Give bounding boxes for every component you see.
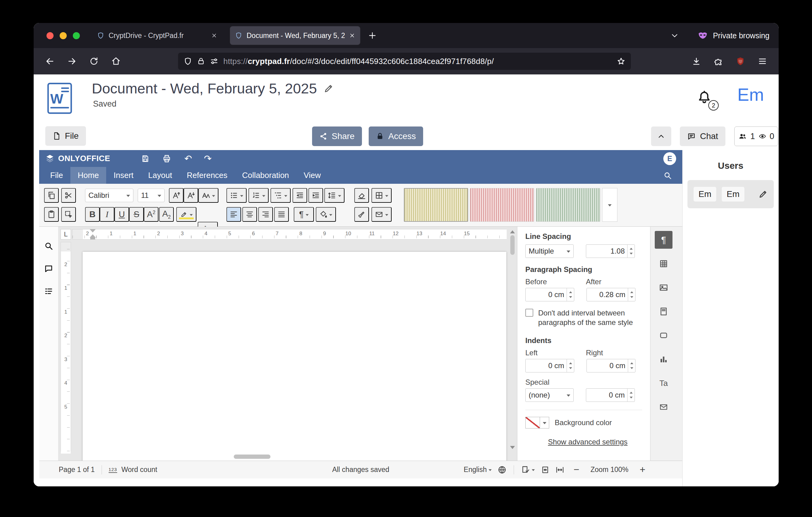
image-settings-tab[interactable] xyxy=(655,279,672,297)
menu-tab[interactable]: View xyxy=(296,167,328,184)
spacing-before-spinner[interactable]: 0 cm xyxy=(525,288,574,301)
align-right-button[interactable] xyxy=(258,207,273,222)
participants-button[interactable]: 1 0 xyxy=(734,127,778,146)
spin-up-icon[interactable] xyxy=(569,290,572,293)
header-footer-settings-tab[interactable] xyxy=(655,303,672,320)
menu-tab[interactable]: Layout xyxy=(141,167,179,184)
paragraph-settings-tab[interactable]: ¶ xyxy=(655,231,672,249)
text-art-settings-tab[interactable]: Ta xyxy=(655,374,672,392)
document-page[interactable] xyxy=(83,252,506,461)
file-menu-button[interactable]: File xyxy=(45,126,86,146)
spacing-after-spinner[interactable]: 0.28 cm xyxy=(586,288,635,301)
style-thumbnail[interactable] xyxy=(536,188,600,222)
copy-style-button[interactable] xyxy=(354,207,369,222)
menu-tab[interactable]: References xyxy=(179,167,235,184)
styles-gallery-expand-button[interactable] xyxy=(602,188,617,222)
extensions-button[interactable] xyxy=(709,52,727,70)
left-indent-marker[interactable] xyxy=(90,238,95,240)
globe-icon[interactable] xyxy=(498,466,506,474)
save-button[interactable] xyxy=(138,152,153,165)
share-button[interactable]: Share xyxy=(312,127,362,146)
ublock-button[interactable] xyxy=(731,52,749,70)
spin-down-icon[interactable] xyxy=(630,253,633,256)
tab-stop-selector[interactable]: L xyxy=(61,229,71,240)
editor-search-button[interactable] xyxy=(661,169,674,182)
editor-user-avatar[interactable]: E xyxy=(663,152,676,165)
tab-close-icon[interactable] xyxy=(211,32,217,38)
spin-down-icon[interactable] xyxy=(630,296,633,300)
vertical-scrollbar[interactable] xyxy=(509,228,517,452)
permissions-icon[interactable] xyxy=(210,57,219,65)
shape-settings-tab[interactable] xyxy=(655,326,672,344)
increase-indent-button[interactable] xyxy=(309,188,323,203)
indent-left-spinner[interactable]: 0 cm xyxy=(525,359,574,373)
forward-button[interactable] xyxy=(63,52,81,70)
first-line-indent-marker[interactable] xyxy=(90,229,96,233)
comments-button[interactable] xyxy=(41,261,56,276)
chat-button[interactable]: Chat xyxy=(680,127,725,146)
list-all-tabs-button[interactable] xyxy=(667,28,682,43)
language-selector[interactable]: English xyxy=(464,466,492,474)
mail-merge-settings-tab[interactable] xyxy=(655,398,672,416)
page-indicator[interactable]: Page 1 of 1 xyxy=(59,466,95,474)
vertical-scroll-thumb[interactable] xyxy=(510,235,515,255)
multilevel-list-button[interactable] xyxy=(270,188,291,203)
notifications-button[interactable]: 2 xyxy=(697,89,715,109)
undo-button[interactable]: ↶ xyxy=(180,152,196,165)
spin-down-icon[interactable] xyxy=(569,296,572,300)
new-tab-button[interactable] xyxy=(365,28,380,44)
access-button[interactable]: Access xyxy=(369,127,423,146)
spinner-buttons[interactable] xyxy=(627,245,635,257)
shading-button[interactable] xyxy=(316,207,336,222)
menu-tab[interactable]: Home xyxy=(70,167,106,184)
edit-user-pencil-icon[interactable] xyxy=(758,190,767,199)
tab-close-icon[interactable] xyxy=(349,32,355,38)
spin-up-icon[interactable] xyxy=(630,361,633,364)
spin-up-icon[interactable] xyxy=(630,246,633,250)
document-title[interactable]: Document - Wed, February 5, 2025 xyxy=(92,80,317,97)
font-size-select[interactable]: 11 xyxy=(138,189,165,202)
browser-tab[interactable]: Document - Wed, February 5, 2 xyxy=(230,26,360,45)
navigation-button[interactable] xyxy=(41,283,56,299)
underline-button[interactable]: U xyxy=(114,207,129,222)
edit-title-pencil-icon[interactable] xyxy=(324,84,334,93)
menu-tab[interactable]: File xyxy=(43,167,70,184)
highlight-color-button[interactable] xyxy=(176,207,196,222)
scroll-up-arrow[interactable] xyxy=(510,228,515,234)
close-window-button[interactable] xyxy=(47,32,54,39)
menu-tab[interactable]: Collaboration xyxy=(235,167,296,184)
subscript-button[interactable]: A2 xyxy=(159,207,174,222)
align-left-button[interactable] xyxy=(226,207,241,222)
increase-font-button[interactable] xyxy=(169,188,183,203)
line-spacing-button[interactable] xyxy=(324,188,345,203)
bookmark-star-icon[interactable] xyxy=(617,57,626,65)
special-amount-spinner[interactable]: 0 cm xyxy=(586,388,635,402)
line-spacing-amount[interactable]: 1.08 xyxy=(586,244,635,258)
decrease-font-button[interactable] xyxy=(183,188,198,203)
table-settings-tab[interactable] xyxy=(655,255,672,273)
word-count-label[interactable]: Word count xyxy=(121,466,157,474)
reload-button[interactable] xyxy=(85,52,103,70)
vertical-ruler[interactable]: 2112345 xyxy=(61,242,71,452)
copy-button[interactable] xyxy=(44,188,59,203)
menu-button[interactable] xyxy=(754,52,771,70)
borders-button[interactable] xyxy=(371,188,392,203)
user-list-item[interactable]: EmEm xyxy=(688,180,774,208)
nonprinting-chars-button[interactable]: ¶ xyxy=(294,207,314,222)
collapse-toolbar-button[interactable] xyxy=(651,127,671,146)
zoom-in-button[interactable]: + xyxy=(636,464,648,475)
print-button[interactable] xyxy=(159,152,174,165)
zoom-level[interactable]: Zoom 100% xyxy=(590,466,629,474)
redo-button[interactable]: ↷ xyxy=(200,152,215,165)
minimize-window-button[interactable] xyxy=(60,32,67,39)
bold-button[interactable]: B xyxy=(85,207,100,222)
select-all-button[interactable] xyxy=(61,207,76,222)
background-color-swatch[interactable] xyxy=(525,417,540,429)
italic-button[interactable]: I xyxy=(100,207,114,222)
fit-width-icon[interactable] xyxy=(556,466,564,474)
horizontal-scrollbar[interactable] xyxy=(59,454,507,459)
tracking-shield-icon[interactable] xyxy=(183,57,192,65)
bullets-button[interactable] xyxy=(226,188,246,203)
indent-right-spinner[interactable]: 0 cm xyxy=(586,359,635,373)
account-avatar[interactable]: Em xyxy=(737,84,764,105)
